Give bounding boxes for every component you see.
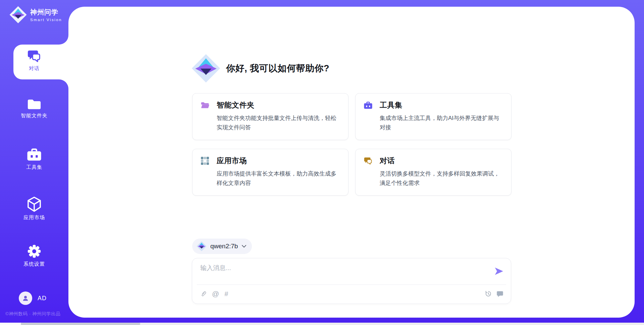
sidebar-item-app-market[interactable]: 应用市场 — [0, 196, 68, 221]
send-button[interactable] — [494, 267, 503, 275]
feature-card-toolset[interactable]: 工具集 集成市场上主流工具，助力AI与外界无缝扩展与对接 — [355, 93, 512, 140]
attachment-icon[interactable] — [200, 290, 207, 297]
sidebar-item-label: 对话 — [0, 65, 68, 72]
feature-cards: 智能文件夹 智能文件夹功能支持批量文件上传与清洗，轻松实现文件问答 工具集 集成… — [192, 93, 512, 196]
sidebar-item-chat[interactable]: 对话 — [0, 50, 68, 72]
sidebar-item-smart-folder[interactable]: 智能文件夹 — [0, 99, 68, 119]
person-icon — [22, 295, 29, 302]
card-description: 应用市场提供丰富长文本模板，助力高效生成多样化文章内容 — [217, 169, 340, 188]
feature-card-chat[interactable]: 对话 灵活切换多模型文件，支持多样回复效果调试，满足个性化需求 — [355, 149, 512, 196]
greeting: 你好, 我可以如何帮助你? — [192, 54, 329, 83]
card-title: 工具集 — [380, 100, 402, 110]
tab-fillet-top — [59, 35, 68, 45]
user-menu[interactable]: AD — [19, 291, 47, 305]
avatar[interactable] — [19, 291, 32, 305]
sidebar-item-label: 智能文件夹 — [0, 113, 68, 119]
sidebar-item-settings[interactable]: 系统设置 — [0, 244, 68, 267]
brand-gem-icon — [9, 6, 27, 23]
model-name: qwen2:7b — [210, 243, 238, 250]
folder-open-icon — [201, 102, 210, 109]
sidebar-item-label: 系统设置 — [0, 261, 68, 267]
message-input[interactable] — [200, 264, 489, 282]
toolbox-icon — [26, 148, 42, 162]
card-title: 应用市场 — [217, 156, 247, 166]
sidebar-item-label: 工具集 — [0, 164, 68, 171]
chat-icon — [27, 50, 42, 63]
horizontal-scrollbar — [0, 323, 644, 325]
greeting-text: 你好, 我可以如何帮助你? — [226, 62, 329, 74]
card-description: 灵活切换多模型文件，支持多样回复效果调试，满足个性化需求 — [380, 169, 503, 188]
card-title: 智能文件夹 — [217, 100, 255, 110]
app-title: 神州问学 — [30, 8, 62, 17]
app-tagline: Smart Vision — [30, 18, 62, 22]
model-gem-icon — [197, 241, 207, 251]
history-icon[interactable] — [485, 290, 492, 297]
composer-divider — [197, 284, 506, 285]
hashtag-icon[interactable]: # — [224, 290, 228, 298]
app-grid-icon — [201, 156, 209, 165]
greeting-gem-icon — [192, 54, 220, 83]
toolbox-icon — [364, 101, 373, 110]
chat-icon — [364, 157, 373, 165]
model-selector[interactable]: qwen2:7b — [192, 239, 252, 254]
feature-card-smart-folder[interactable]: 智能文件夹 智能文件夹功能支持批量文件上传与清洗，轻松实现文件问答 — [192, 93, 348, 140]
app-logo: 神州问学 Smart Vision — [9, 6, 62, 23]
card-description: 智能文件夹功能支持批量文件上传与清洗，轻松实现文件问答 — [217, 114, 340, 132]
sidebar-item-toolset[interactable]: 工具集 — [0, 148, 68, 171]
copyright-note: ©神州数码 · 神州问学出品 — [5, 311, 60, 317]
sidebar-item-label: 应用市场 — [0, 214, 68, 221]
mention-icon[interactable]: @ — [212, 290, 219, 298]
folder-icon — [27, 99, 42, 110]
card-description: 集成市场上主流工具，助力AI与外界无缝扩展与对接 — [380, 114, 503, 132]
chat-bubble-icon[interactable] — [496, 290, 503, 297]
feature-card-app-market[interactable]: 应用市场 应用市场提供丰富长文本模板，助力高效生成多样化文章内容 — [192, 149, 348, 196]
send-icon — [494, 267, 503, 275]
scrollbar-thumb[interactable] — [21, 323, 140, 325]
cube-icon — [27, 196, 42, 212]
gear-icon — [27, 244, 42, 259]
user-name: AD — [38, 295, 47, 302]
message-composer: @ # — [192, 258, 511, 304]
card-title: 对话 — [380, 156, 395, 166]
tab-fillet-bottom — [59, 79, 68, 89]
chevron-down-icon — [241, 245, 247, 248]
